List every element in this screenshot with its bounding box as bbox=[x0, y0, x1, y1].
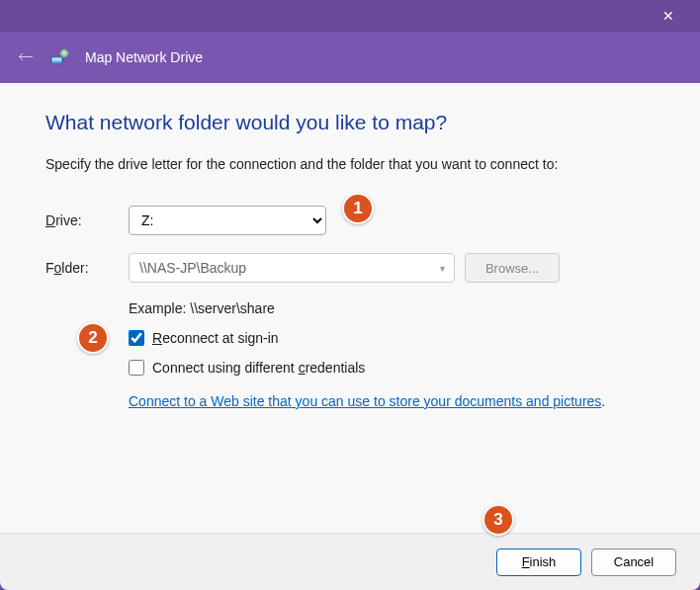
reconnect-row: Reconnect at sign-in bbox=[129, 330, 660, 346]
annotation-marker-3: 3 bbox=[482, 504, 514, 536]
folder-input[interactable] bbox=[129, 253, 455, 283]
svg-rect-4 bbox=[64, 50, 65, 56]
finish-button[interactable]: Finish bbox=[496, 548, 581, 576]
different-credentials-row: Connect using different credentials bbox=[129, 360, 660, 376]
instruction-text: Specify the drive letter for the connect… bbox=[45, 156, 660, 172]
website-link-row: Connect to a Web site that you can use t… bbox=[129, 393, 660, 409]
back-arrow-icon[interactable]: 🡐 bbox=[18, 48, 34, 66]
close-icon[interactable]: ✕ bbox=[649, 8, 688, 24]
wizard-header: 🡐 Map Network Drive bbox=[0, 32, 700, 83]
connect-website-link[interactable]: Connect to a Web site that you can use t… bbox=[129, 393, 601, 409]
annotation-marker-1: 1 bbox=[342, 193, 374, 224]
different-credentials-checkbox[interactable] bbox=[129, 360, 144, 376]
cancel-button[interactable]: Cancel bbox=[591, 548, 676, 576]
reconnect-checkbox[interactable] bbox=[129, 330, 144, 346]
annotation-marker-2: 2 bbox=[77, 322, 109, 354]
example-text: Example: \\server\share bbox=[129, 300, 660, 316]
svg-rect-1 bbox=[52, 57, 61, 60]
folder-row: Folder: ▾ Browse... bbox=[45, 253, 660, 283]
folder-label: Folder: bbox=[45, 260, 129, 276]
titlebar: ✕ bbox=[0, 0, 700, 32]
page-heading: What network folder would you like to ma… bbox=[45, 111, 660, 134]
drive-select[interactable]: Z: bbox=[129, 206, 326, 235]
reconnect-label[interactable]: Reconnect at sign-in bbox=[152, 330, 279, 346]
different-credentials-label[interactable]: Connect using different credentials bbox=[152, 360, 365, 376]
drive-label: Drive: bbox=[45, 212, 129, 228]
network-drive-icon bbox=[49, 47, 69, 67]
browse-button: Browse... bbox=[465, 253, 560, 283]
wizard-title: Map Network Drive bbox=[85, 49, 203, 65]
wizard-footer: Finish Cancel bbox=[0, 533, 700, 590]
wizard-body: What network folder would you like to ma… bbox=[0, 83, 700, 533]
